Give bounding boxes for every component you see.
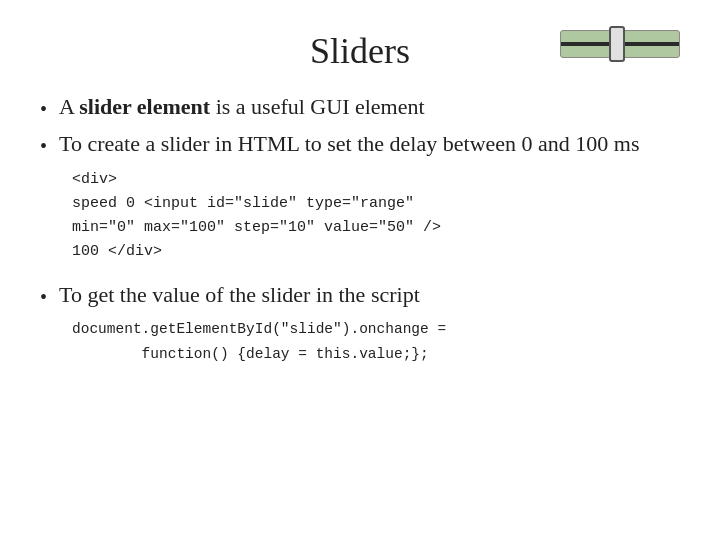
page: Sliders • A slider element is a useful G… [0, 0, 720, 540]
bullet-dot-1: • [40, 95, 47, 123]
content-area: • A slider element is a useful GUI eleme… [40, 92, 680, 510]
slider-widget[interactable] [560, 30, 680, 58]
bullet-item-2: • To create a slider in HTML to set the … [40, 129, 680, 160]
bullet-text-1: A slider element is a useful GUI element [59, 92, 680, 123]
page-title: Sliders [310, 30, 410, 72]
bullet-text-2: To create a slider in HTML to set the de… [59, 129, 680, 160]
bullet-text-3: To get the value of the slider in the sc… [59, 280, 680, 311]
slider-track[interactable] [560, 30, 680, 58]
code-block-1: <div> speed 0 <input id="slide" type="ra… [72, 168, 680, 264]
header-row: Sliders [40, 30, 680, 72]
bullet-dot-2: • [40, 132, 47, 160]
bullet-item-3: • To get the value of the slider in the … [40, 280, 680, 311]
code-block-2: document.getElementById("slide").onchang… [72, 317, 680, 366]
bold-text-1: slider element [79, 94, 210, 119]
slider-thumb[interactable] [609, 26, 625, 62]
bullet-item-1: • A slider element is a useful GUI eleme… [40, 92, 680, 123]
bullet-dot-3: • [40, 283, 47, 311]
